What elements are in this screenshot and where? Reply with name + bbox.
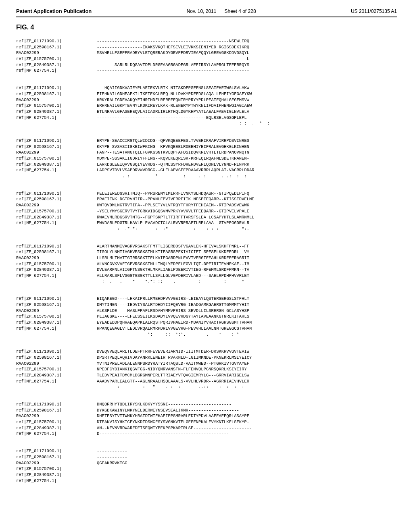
seq-data: ----------------------------------------… — [97, 115, 397, 121]
sequence-row: ref|NP_627754.1|D-----------------------… — [16, 431, 397, 437]
seq-data: DPSRTPEQLAQHIVDAYANRKLENEIR RVAKNLD-LGII… — [97, 355, 397, 361]
sequence-row: ref|ZP_01171090.1|DNQQRRHYTQDLIRYSKLKDKY… — [16, 401, 397, 407]
ref-label: ref|ZP_01575700.1| — [16, 419, 97, 425]
block-separator — [16, 290, 397, 296]
seq-data: ----------------------------------------… — [97, 68, 397, 74]
seq-data: -YSELYMYSGERVTVYTGRKVIDGQSVMVPRKYVVKVLTF… — [97, 208, 397, 214]
sequence-row: ref|ZP_02849387.1|DVLEARFNLVIIGPTNSGKTHL… — [16, 267, 397, 273]
sequence-block-8: ref|ZP_01171090.1|------------ref|ZP_025… — [16, 448, 397, 484]
consensus-data: : . . * *.*: :: . : : * — [97, 279, 244, 285]
seq-data: QGEAKRRVKIGG — [97, 460, 397, 466]
seq-data: DYKGDKAWINYLMKYNELDERWEYNSEVSEALIKMK----… — [97, 407, 397, 414]
sequence-row: ref|ZP_02849387.1|RWAEVMLRDGSRVTMTG--FGP… — [16, 214, 397, 220]
ref-label: RAAC02299 — [16, 460, 97, 466]
seq-data: HRKYRALIGDEAAKQYFIHRIHDFLRERPEFQNTRYPRYY… — [97, 97, 397, 103]
sequence-block-4: ref|ZP_01171090.1|ALARTMANMIVAGRVRSAKSTF… — [16, 243, 397, 285]
consensus-label — [16, 332, 97, 338]
ref-label: ref|ZP_01171090.1| — [16, 401, 97, 407]
sequence-row: ref|ZP_01171090.1|ERYPE-SEACCIRGTQLWIDID… — [16, 138, 397, 144]
sequence-row: ref|ZP_02849387.1|-------SARLRLDQSAVTDPL… — [16, 62, 397, 68]
ref-label: ref|ZP_02598167.1| — [16, 355, 97, 361]
seq-data: D---------------------------------------… — [97, 431, 397, 437]
ref-label: ref|ZP_01171090.1| — [16, 243, 97, 249]
ref-label: RAAC02299 — [16, 361, 97, 367]
ref-label: ref|ZP_01171090.1| — [16, 191, 97, 197]
sequence-row: ref|NP_627754.1|LADPSVTDVLVSAPDRVWVDRGG-… — [16, 167, 397, 173]
sequence-row: RAAC02299HRKYRALIGDEAAKQYFIHRIHDFLRERPEF… — [16, 97, 397, 103]
sequence-block-7: ref|ZP_01171090.1|DNQQRRHYTQDLIRYSKLKDKY… — [16, 401, 397, 437]
ref-label: ref|ZP_01575700.1| — [16, 366, 97, 372]
seq-data: ALLRARLSFLVSGGTGSGKTTLLSALLGLVGPDERIVLAE… — [97, 273, 397, 279]
ref-label: ref|ZP_02849387.1| — [16, 214, 97, 220]
sequence-row: ref|ZP_01575700.1|DTEANVISYHKICEYNKDTDSW… — [16, 419, 397, 425]
seq-data: DMYTINGN----IEDVIYSALRTDHDYIIFQEVRG-IEAD… — [97, 302, 397, 308]
ref-label: ref|ZP_01575700.1| — [16, 208, 97, 214]
consensus-row: . : * : . : . .: : : — [16, 173, 397, 179]
ref-label: RAAC02299 — [16, 308, 97, 314]
sequence-row: ref|ZP_02849387.1|ETLNRAVLGFASEREQVLAIIA… — [16, 109, 397, 115]
sequence-row: RAAC02299FANP--TESATVNGTQILFGVKGSNTKVLQP… — [16, 150, 397, 156]
sequence-row: ref|ZP_01171090.1|DVEQVVEQLARLTLDEFPTRRF… — [16, 349, 397, 355]
seq-data: ------------ — [97, 466, 397, 472]
ref-label: ref|NP_627754.1| — [16, 115, 97, 121]
ref-label: ref|ZP_02598167.1| — [16, 249, 97, 255]
seq-data: ------------ — [97, 454, 397, 460]
sequence-row: ref|ZP_01575700.1|ALVNCGVKVAFIGPVRSGKSTM… — [16, 261, 397, 267]
sequence-row: RAAC02299MSVHELLPSEPFRADRYVLETQRERAKDYGE… — [16, 50, 397, 56]
sequence-row: ref|ZP_02598167.1|------------------EKAK… — [16, 44, 397, 50]
sequence-row: ref|ZP_01171090.1|ALARTMANMIVAGRVRSAKSTF… — [16, 243, 397, 249]
consensus-label — [16, 384, 97, 390]
block-separator — [16, 238, 397, 243]
ref-label: ref|NP_627754.1| — [16, 273, 97, 279]
ref-label: ref|ZP_01171090.1| — [16, 38, 97, 44]
seq-data: ERHRNAILGKPTEVNYLKDKIREYLKAK-RLENERYPTWY… — [97, 103, 397, 109]
sequence-row: ref|ZP_01575700.1|MDMPE-SSSAKIIGDRIYFFIN… — [16, 156, 397, 162]
seq-data: RPANQEGAGLVTLEDLVRQALRMRPDRLVVGEVRG-PEVV… — [97, 326, 397, 332]
seq-data: NPEDFCYDIANKIQGVFGG-NIDYQMRVANSFN-FLFEMV… — [97, 366, 397, 372]
consensus-data: : .* *: : :* : : : : *:. — [97, 226, 249, 232]
sequence-row: ref|ZP_01575700.1|------------ — [16, 466, 397, 472]
patent-number: US 2011/0275135 A1 — [351, 8, 397, 14]
ref-label: ref|ZP_01171090.1| — [16, 296, 97, 302]
ref-label: ref|ZP_02598167.1| — [16, 454, 97, 460]
sequence-row: ref|ZP_02849387.1|EYEADEDDPQHRAEQAPKLALR… — [16, 320, 397, 326]
consensus-data: : : . * : — [97, 121, 269, 127]
sequence-row: ref|ZP_02598167.1|DMYTINGN----IEDVIYSALR… — [16, 302, 397, 308]
sequence-row: ref|ZP_02598167.1|KKYPE-SVSASIIGKEIWFKIN… — [16, 144, 397, 150]
seq-data: LADPSVTDVLVSAPDRVWVDRGG--GLELAPVSFFPDAAA… — [97, 167, 397, 173]
sequence-alignment: ref|ZP_01171090.1|----------------------… — [16, 38, 397, 484]
sequence-row: RAAC02299LLSRLMLTMVTTGIRRSGKTTFLKVIFGARD… — [16, 255, 397, 261]
seq-data: ---HQAIIGDKVAIEYPLAEIEKVLRTK-NITSKDFPSFF… — [97, 85, 397, 91]
sequence-row: ref|ZP_01171090.1|---HQAIIGDKVAIEYPLAEIE… — [16, 85, 397, 91]
seq-data: DTEANVISYHKICEYNKDTDSWCFSYSVGNKVTELGEFEN… — [97, 419, 397, 425]
sequence-row: ref|NP_627754.1|RPANQEGAGLVTLEDLVRQALRMR… — [16, 326, 397, 332]
seq-data: DVEQVVEQLARLTLDEFPTRRFEVEVERIARNID-IIITM… — [97, 349, 397, 355]
sequence-row: ref|ZP_02598167.1|PRAEIENK DGTRVNIIR--PP… — [16, 196, 397, 202]
ref-label: ref|NP_627754.1| — [16, 167, 97, 173]
sequence-row: ref|ZP_02598167.1|IISOLYLNMIIAGHVESGKSTM… — [16, 249, 397, 255]
ref-label: ref|ZP_02849387.1| — [16, 109, 97, 115]
sequence-row: ref|ZP_02598167.1|DYKGDKAWINYLMKYNELDERW… — [16, 407, 397, 414]
seq-data: PWVDARLPDGTRLHAVLP-PVAVDCTCLALRVVRPRAFTL… — [97, 220, 397, 226]
seq-data: DNQQRRHYTQDLIRYSKLKDKYYYSSNI------------… — [97, 401, 397, 407]
consensus-row: : : * . : : ..:: : : : : — [16, 384, 397, 390]
sequence-row: ref|ZP_02849387.1|LARKDGLEEIQVVGSQIYEVRD… — [16, 162, 397, 168]
sequence-row: ref|ZP_01575700.1|----------------------… — [16, 56, 397, 62]
sequence-row: ref|ZP_01575700.1|PLIAGGKE----LFELSSEILK… — [16, 314, 397, 320]
sequence-block-1: ref|ZP_01171090.1|---HQAIIGDKVAIEYPLAEIE… — [16, 85, 397, 127]
seq-data: HWTQVDMLNGTRVTIFA--PPLSETYVLVFRQYTFHRYTF… — [97, 202, 397, 208]
ref-label: ref|ZP_01575700.1| — [16, 56, 97, 62]
seq-data: AAADVPARLEALGTT--AGLNRAALHSQLAAALS-VVLHL… — [97, 378, 397, 384]
sequence-block-3: ref|ZP_01171090.1|PELEIEREDGSRITMIQ--PPR… — [16, 191, 397, 232]
sequence-row: ref|NP_627754.1|------------------------… — [16, 115, 397, 121]
consensus-label — [16, 121, 97, 127]
consensus-label — [16, 279, 97, 285]
ref-label: ref|ZP_02849387.1| — [16, 267, 97, 273]
sequence-row: ref|ZP_01171090.1|PELEIEREDGSRITMIQ--PPR… — [16, 191, 397, 197]
seq-data: ETLNRAVLGFASEREQVLAIIADRLIRLRTHQLDGYKHPY… — [97, 109, 397, 115]
sequence-row: ref|ZP_02598167.1|------------ — [16, 454, 397, 460]
seq-data: LARKDGLEEIQVVGSQIYEVRDG--QTMLSSYRFDHERDV… — [97, 162, 397, 168]
sequence-row: RAAC02299DHETESYTVTTWMKYHRATDTWTFHAEIPPS… — [16, 413, 397, 419]
ref-label: ref|ZP_01171090.1| — [16, 448, 97, 454]
consensus-row: : : . * : — [16, 121, 397, 127]
